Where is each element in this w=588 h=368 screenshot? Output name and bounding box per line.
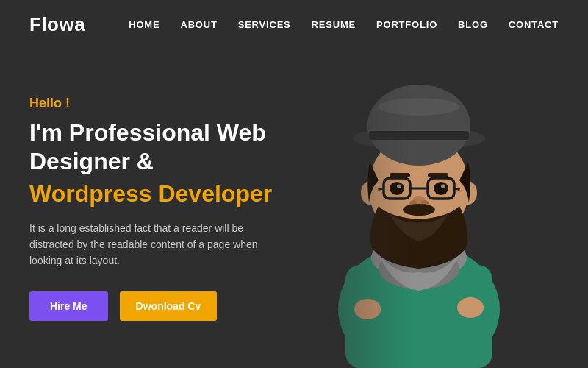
svg-point-30	[403, 204, 435, 216]
hero-title-line1: I'm Professional Web Designer &	[29, 118, 279, 175]
nav-blog[interactable]: BLOG	[458, 19, 488, 30]
svg-point-13	[368, 85, 470, 166]
nav-resume[interactable]: RESUME	[312, 19, 356, 30]
svg-point-26	[441, 185, 445, 188]
svg-rect-17	[428, 173, 448, 177]
hello-label: Hello !	[29, 96, 279, 111]
nav-about[interactable]: ABOUT	[180, 19, 217, 30]
svg-point-7	[457, 297, 484, 318]
hero-person-image	[294, 59, 544, 368]
svg-point-23	[390, 182, 404, 195]
hero-description: It is a long established fact that a rea…	[29, 220, 279, 269]
logo: Flowa	[29, 13, 85, 36]
navigation: HOME ABOUT SERVICES RESUME PORTFOLIO BLO…	[129, 19, 559, 30]
hero-title-line2: Wordpress Developer	[29, 180, 279, 208]
svg-point-6	[354, 299, 381, 319]
nav-contact[interactable]: CONTACT	[509, 19, 559, 30]
header: Flowa HOME ABOUT SERVICES RESUME PORTFOL…	[0, 0, 588, 49]
person-illustration	[301, 59, 537, 368]
svg-rect-15	[369, 131, 469, 140]
hero-section: Hello ! I'm Professional Web Designer & …	[0, 49, 588, 368]
svg-point-24	[434, 182, 448, 195]
hero-content: Hello ! I'm Professional Web Designer & …	[0, 96, 309, 320]
download-cv-button[interactable]: Dwonload Cv	[120, 291, 218, 321]
nav-portfolio[interactable]: PORTFOLIO	[376, 19, 437, 30]
hero-buttons: Hire Me Dwonload Cv	[29, 291, 279, 321]
svg-point-25	[397, 185, 401, 188]
nav-services[interactable]: SERVICES	[238, 19, 291, 30]
svg-point-14	[379, 98, 459, 116]
svg-rect-16	[390, 173, 410, 177]
hire-me-button[interactable]: Hire Me	[29, 291, 108, 321]
nav-home[interactable]: HOME	[129, 19, 159, 30]
